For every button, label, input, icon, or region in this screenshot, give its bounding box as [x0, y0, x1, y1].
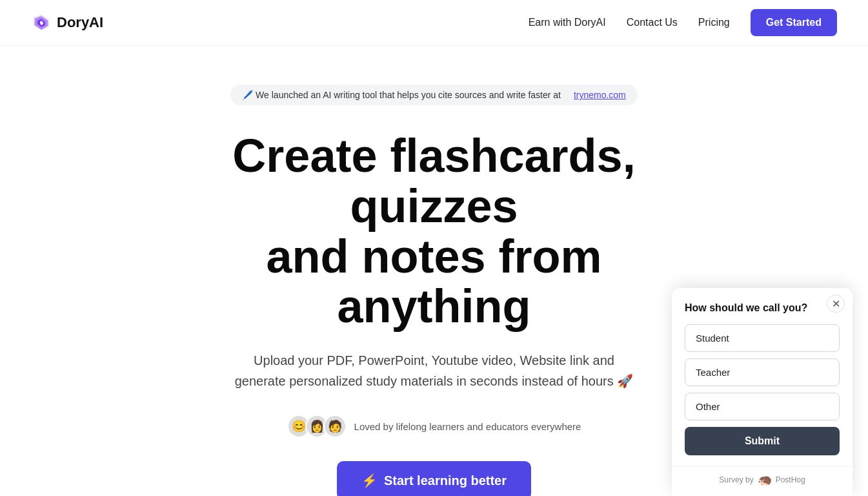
- header: DoryAI Earn with DoryAI Contact Us Prici…: [0, 0, 868, 46]
- nav-earn[interactable]: Earn with DoryAI: [529, 17, 606, 28]
- survey-option-other[interactable]: Other: [685, 393, 840, 420]
- hero-subtitle: Upload your PDF, PowerPoint, Youtube vid…: [228, 350, 641, 391]
- start-learning-label: Start learning better: [384, 473, 507, 488]
- posthog-logo-icon: 🦔: [758, 473, 772, 487]
- hero-title-line1: Create flashcards, quizzes: [232, 130, 635, 232]
- hero-title: Create flashcards, quizzes and notes fro…: [189, 131, 680, 332]
- main-nav: Earn with DoryAI Contact Us Pricing Get …: [529, 9, 837, 36]
- survey-question: How should we call you?: [685, 302, 840, 314]
- loved-text: Loved by lifelong learners and educators…: [354, 421, 581, 432]
- lightning-icon: ⚡: [361, 473, 378, 488]
- survey-submit-button[interactable]: Submit: [685, 427, 840, 455]
- survey-option-teacher[interactable]: Teacher: [685, 358, 840, 386]
- avatar-3: 🧑: [323, 415, 347, 438]
- get-started-button[interactable]: Get Started: [751, 9, 837, 36]
- announcement-banner: 🖊️ We launched an AI writing tool that h…: [230, 85, 638, 105]
- logo-text: DoryAI: [57, 14, 103, 31]
- avatar-group: 😊 👩 🧑: [287, 415, 347, 438]
- logo-icon: [31, 12, 52, 33]
- survey-content: How should we call you? Student Teacher …: [672, 288, 853, 466]
- nav-contact[interactable]: Contact Us: [627, 17, 678, 28]
- logo[interactable]: DoryAI: [31, 12, 103, 33]
- survey-footer-text: Survey by: [719, 475, 753, 484]
- start-learning-button[interactable]: ⚡ Start learning better: [337, 461, 531, 496]
- survey-popup: ✕ How should we call you? Student Teache…: [672, 288, 853, 496]
- survey-footer: Survey by 🦔 PostHog: [672, 466, 853, 496]
- hero-title-line2: and notes from anything: [266, 231, 601, 333]
- survey-footer-brand: PostHog: [776, 475, 805, 484]
- loved-row: 😊 👩 🧑 Loved by lifelong learners and edu…: [287, 415, 581, 438]
- announcement-text: 🖊️ We launched an AI writing tool that h…: [242, 90, 561, 100]
- nav-pricing[interactable]: Pricing: [698, 17, 730, 28]
- announcement-link[interactable]: trynemo.com: [574, 90, 626, 100]
- survey-close-button[interactable]: ✕: [827, 294, 845, 313]
- survey-option-student[interactable]: Student: [685, 324, 840, 352]
